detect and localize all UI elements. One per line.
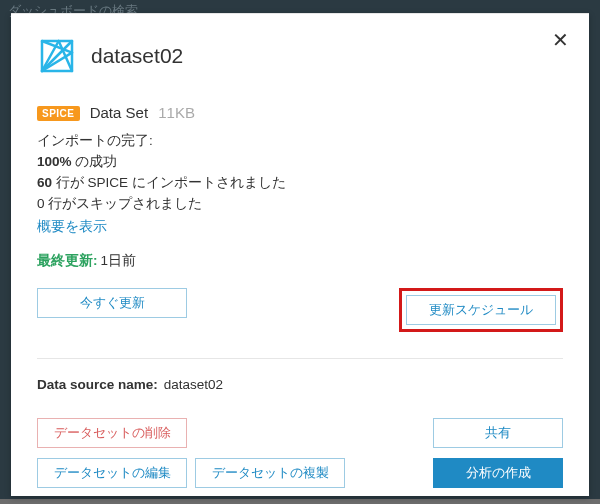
- data-source-row: Data source name:dataset02: [37, 377, 563, 392]
- quicksight-logo-icon: [37, 36, 77, 76]
- refresh-row: 今すぐ更新 更新スケジュール: [37, 288, 563, 332]
- edit-duplicate-pair: データセットの編集 データセットの複製: [37, 458, 345, 488]
- import-rows-line: 60 行が SPICE にインポートされました: [37, 173, 563, 194]
- data-source-value: dataset02: [164, 377, 223, 392]
- edit-dataset-button[interactable]: データセットの編集: [37, 458, 187, 488]
- last-updated-value: 1日前: [101, 253, 137, 268]
- bottom-row-1: データセットの削除 共有: [37, 418, 563, 448]
- import-status: インポートの完了: 100% の成功 60 行が SPICE にインポートされま…: [37, 131, 563, 238]
- schedule-refresh-button[interactable]: 更新スケジュール: [406, 295, 556, 325]
- close-icon[interactable]: ✕: [552, 30, 569, 50]
- create-analysis-button[interactable]: 分析の作成: [433, 458, 563, 488]
- last-updated-label: 最終更新:: [37, 253, 98, 268]
- svg-line-5: [59, 41, 72, 71]
- share-button[interactable]: 共有: [433, 418, 563, 448]
- schedule-highlight: 更新スケジュール: [399, 288, 563, 332]
- spice-badge: SPICE: [37, 106, 80, 121]
- import-success-pct: 100%: [37, 154, 72, 169]
- import-rows-n: 60: [37, 175, 52, 190]
- show-summary-link[interactable]: 概要を表示: [37, 217, 107, 238]
- duplicate-dataset-button[interactable]: データセットの複製: [195, 458, 345, 488]
- modal-header: dataset02: [37, 36, 563, 76]
- import-success-suffix: の成功: [72, 154, 118, 169]
- delete-dataset-button[interactable]: データセットの削除: [37, 418, 187, 448]
- type-label: Data Set: [90, 104, 148, 121]
- backdrop-shadow: [0, 499, 600, 504]
- import-rows-suffix: 行が SPICE にインポートされました: [52, 175, 286, 190]
- import-heading: インポートの完了:: [37, 131, 563, 152]
- dataset-size: 11KB: [158, 104, 195, 121]
- refresh-now-button[interactable]: 今すぐ更新: [37, 288, 187, 318]
- import-success-line: 100% の成功: [37, 152, 563, 173]
- data-source-label: Data source name:: [37, 377, 158, 392]
- import-skipped-line: 0 行がスキップされました: [37, 194, 563, 215]
- last-updated: 最終更新:1日前: [37, 252, 563, 270]
- dataset-modal: ✕ dataset02 SPICE Data Set 11KB インポートの完了…: [11, 13, 589, 496]
- bottom-row-2: データセットの編集 データセットの複製 分析の作成: [37, 458, 563, 488]
- dataset-title: dataset02: [91, 44, 183, 68]
- divider: [37, 358, 563, 359]
- type-row: SPICE Data Set 11KB: [37, 104, 563, 121]
